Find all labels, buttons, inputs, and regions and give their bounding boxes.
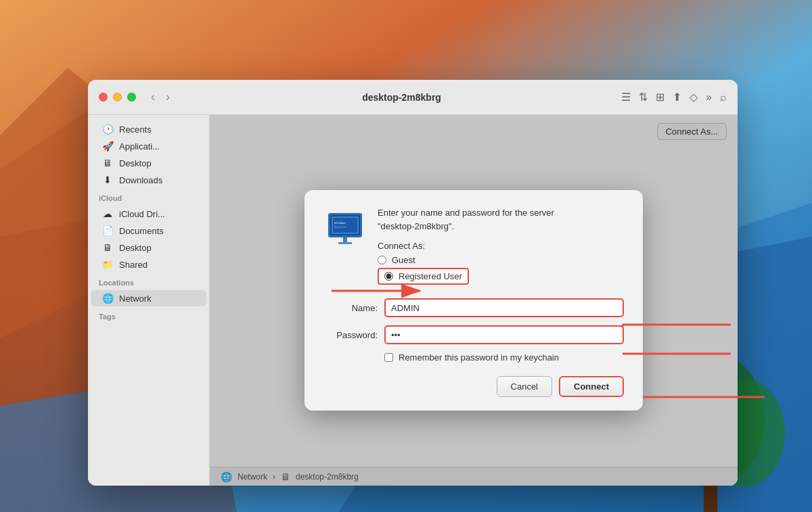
modal-overlay: Windows System Error Enter your name and… — [210, 115, 738, 486]
radio-registered-label: Registered User — [399, 271, 462, 281]
sidebar-item-recents-label: Recents — [119, 124, 152, 135]
desktop2-icon: 🖥 — [102, 242, 114, 253]
share-icon[interactable]: ⬆ — [673, 91, 681, 103]
radio-guest-label: Guest — [392, 255, 415, 265]
sidebar-item-applications-label: Applicati... — [119, 141, 160, 152]
minimize-button[interactable] — [113, 93, 122, 101]
sidebar-item-network[interactable]: 🌐 Network — [91, 290, 206, 306]
remember-label: Remember this password in my keychain — [399, 352, 559, 363]
cancel-button[interactable]: Cancel — [497, 376, 552, 397]
connect-button[interactable]: Connect — [559, 376, 624, 397]
sidebar-item-network-label: Network — [119, 294, 152, 304]
nav-buttons: ‹ › — [147, 89, 174, 106]
radio-registered-input[interactable] — [384, 272, 393, 281]
password-label: Password: — [323, 330, 378, 340]
sidebar-item-documents-label: Documents — [119, 226, 164, 236]
tag-icon[interactable]: ◇ — [690, 91, 698, 103]
icloud-icon: ☁ — [102, 208, 114, 219]
sidebar: 🕐 Recents 🚀 Applicati... 🖥 Desktop ⬇ Dow… — [88, 115, 210, 486]
form-section: Name: Password: — [323, 298, 624, 344]
auth-dialog: Windows System Error Enter your name and… — [304, 190, 643, 411]
more-icon[interactable]: » — [706, 91, 712, 103]
svg-text:System Error: System Error — [334, 226, 346, 229]
dialog-title-text: Enter your name and password for the ser… — [378, 206, 624, 233]
svg-rect-13 — [333, 218, 357, 233]
locations-section-label: Locations — [88, 273, 209, 289]
sidebar-item-shared[interactable]: 📁 Shared — [91, 256, 206, 273]
sidebar-item-recents[interactable]: 🕐 Recents — [91, 121, 206, 137]
traffic-lights — [99, 93, 136, 101]
finder-window: ‹ › desktop-2m8kbrg ☰ ⇅ ⊞ ⬆ ◇ » ⌕ 🕐 Rece… — [88, 80, 738, 486]
dialog-header: Windows System Error Enter your name and… — [323, 206, 624, 285]
documents-icon: 📄 — [102, 225, 114, 236]
radio-group: Guest Registered User — [378, 255, 624, 285]
sidebar-item-shared-label: Shared — [119, 260, 148, 270]
main-content: Connect As... — [210, 115, 738, 486]
password-input[interactable] — [384, 325, 624, 344]
remember-checkbox[interactable] — [384, 353, 393, 362]
sidebar-item-downloads[interactable]: ⬇ Downloads — [91, 172, 206, 188]
svg-rect-16 — [343, 237, 347, 243]
search-icon[interactable]: ⌕ — [720, 91, 727, 103]
finder-body: 🕐 Recents 🚀 Applicati... 🖥 Desktop ⬇ Dow… — [88, 115, 738, 486]
sidebar-item-documents[interactable]: 📄 Documents — [91, 223, 206, 239]
dialog-title-area: Enter your name and password for the ser… — [378, 206, 624, 285]
radio-guest-input[interactable] — [378, 256, 386, 264]
server-icon: Windows System Error — [323, 206, 367, 250]
downloads-icon: ⬇ — [102, 174, 114, 185]
recents-icon: 🕐 — [102, 124, 114, 135]
radio-registered[interactable]: Registered User — [378, 268, 469, 285]
forward-button[interactable]: › — [162, 89, 174, 106]
maximize-button[interactable] — [127, 93, 136, 101]
password-row: Password: — [323, 325, 624, 344]
sort-icon[interactable]: ⇅ — [639, 91, 648, 103]
applications-icon: 🚀 — [102, 141, 114, 152]
sidebar-item-desktop-label: Desktop — [119, 158, 152, 168]
name-row: Name: — [323, 298, 624, 317]
title-bar: ‹ › desktop-2m8kbrg ☰ ⇅ ⊞ ⬆ ◇ » ⌕ — [88, 80, 738, 115]
sidebar-item-applications[interactable]: 🚀 Applicati... — [91, 138, 206, 154]
icloud-section-label: iCloud — [88, 189, 209, 205]
tags-section-label: Tags — [88, 307, 209, 323]
sidebar-item-desktop2[interactable]: 🖥 Desktop — [91, 239, 206, 256]
sidebar-item-desktop[interactable]: 🖥 Desktop — [91, 155, 206, 171]
remember-row: Remember this password in my keychain — [384, 352, 624, 363]
back-button[interactable]: ‹ — [147, 89, 159, 106]
dialog-buttons: Cancel Connect — [323, 376, 624, 397]
svg-text:Windows: Windows — [334, 221, 346, 225]
name-input[interactable] — [384, 298, 624, 317]
window-title: desktop-2m8kbrg — [182, 92, 621, 103]
sidebar-item-downloads-label: Downloads — [119, 175, 162, 185]
shared-icon: 📁 — [102, 259, 114, 270]
desktop-icon: 🖥 — [102, 158, 114, 168]
list-view-icon[interactable]: ☰ — [621, 91, 631, 103]
connect-as-label: Connect As: — [378, 241, 624, 251]
name-label: Name: — [323, 303, 378, 313]
sidebar-item-icloud-label: iCloud Dri... — [119, 209, 165, 219]
sidebar-item-desktop2-label: Desktop — [119, 243, 152, 253]
network-icon: 🌐 — [102, 293, 114, 304]
close-button[interactable] — [99, 93, 108, 101]
radio-guest[interactable]: Guest — [378, 255, 624, 265]
svg-rect-17 — [338, 242, 352, 244]
grid-view-icon[interactable]: ⊞ — [656, 91, 664, 103]
sidebar-item-icloud-drive[interactable]: ☁ iCloud Dri... — [91, 206, 206, 222]
toolbar-right: ☰ ⇅ ⊞ ⬆ ◇ » ⌕ — [621, 91, 727, 103]
